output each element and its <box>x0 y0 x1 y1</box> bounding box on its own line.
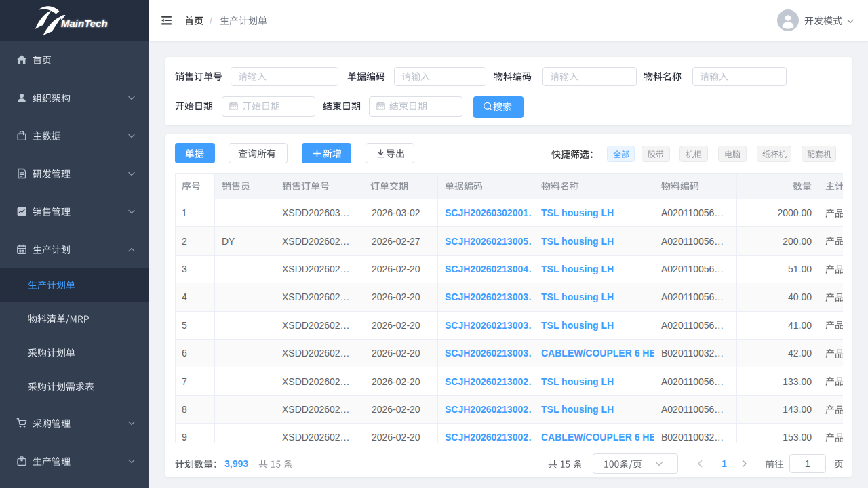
svg-text:MainTech: MainTech <box>61 18 108 29</box>
